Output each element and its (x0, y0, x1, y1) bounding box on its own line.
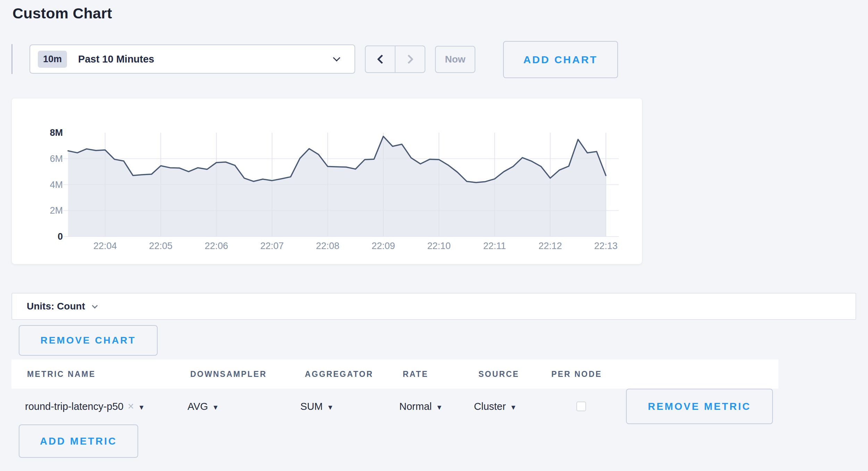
source-select[interactable]: Cluster ▾ (474, 388, 515, 424)
prev-time-button[interactable] (366, 46, 395, 72)
x-axis-tick-label: 22:13 (594, 241, 618, 251)
x-axis-tick-label: 22:09 (372, 241, 395, 251)
downsampler-select[interactable]: AVG ▾ (187, 388, 218, 424)
dropdown-arrow-icon: ▾ (140, 401, 144, 412)
page-title: Custom Chart (12, 5, 112, 22)
metric-name-select[interactable]: round-trip-latency-p50 × ▾ (25, 388, 143, 424)
dropdown-arrow-icon: ▾ (328, 401, 332, 412)
dropdown-arrow-icon: ▾ (511, 401, 516, 412)
units-dropdown[interactable]: Units: Count (27, 301, 97, 312)
downsampler-value: AVG (187, 401, 208, 412)
metrics-table-header: METRIC NAME DOWNSAMPLER AGGREGATOR RATE … (11, 360, 778, 389)
x-axis-tick-label: 22:04 (93, 241, 117, 251)
metric-name-value: round-trip-latency-p50 (25, 401, 124, 412)
next-time-button[interactable] (395, 46, 425, 72)
time-range-badge: 10m (38, 51, 67, 68)
chevron-down-icon (333, 54, 340, 61)
dropdown-arrow-icon: ▾ (437, 401, 441, 412)
chart-card: 22:0422:0522:0622:0722:0822:0922:1022:11… (11, 98, 642, 264)
column-header-aggregator: AGGREGATOR (305, 360, 373, 389)
dropdown-arrow-icon: ▾ (214, 401, 218, 412)
rate-value: Normal (399, 401, 432, 412)
per-node-checkbox[interactable] (576, 402, 586, 411)
now-button[interactable]: Now (435, 46, 475, 73)
metric-row: round-trip-latency-p50 × ▾ AVG ▾ SUM ▾ N… (11, 388, 857, 424)
y-axis-tick-label: 8M (50, 127, 63, 138)
custom-chart-page: Custom Chart 10m Past 10 Minutes Now ADD… (0, 0, 868, 471)
units-label: Units: Count (27, 301, 85, 312)
y-axis-tick-label: 0 (58, 231, 63, 242)
x-axis-tick-label: 22:05 (149, 241, 173, 251)
chevron-right-icon (404, 55, 414, 64)
time-range-label: Past 10 Minutes (78, 53, 154, 65)
x-axis-tick-label: 22:06 (205, 241, 228, 251)
x-axis-tick-label: 22:12 (539, 241, 562, 251)
add-chart-button[interactable]: ADD CHART (503, 41, 618, 78)
column-header-downsampler: DOWNSAMPLER (190, 360, 267, 389)
x-axis-tick-label: 22:11 (483, 241, 506, 251)
remove-chart-button[interactable]: REMOVE CHART (19, 325, 158, 356)
y-axis-tick-label: 2M (50, 205, 63, 216)
toolbar-separator (11, 44, 12, 74)
chevron-left-icon (377, 55, 386, 64)
aggregator-select[interactable]: SUM ▾ (300, 388, 332, 424)
x-axis-tick-label: 22:07 (260, 241, 284, 251)
series-area-fill (68, 137, 606, 237)
x-axis-tick-label: 22:08 (316, 241, 340, 251)
add-metric-button[interactable]: ADD METRIC (19, 424, 138, 458)
clear-metric-icon[interactable]: × (128, 400, 134, 413)
source-value: Cluster (474, 401, 506, 412)
column-header-per-node: PER NODE (551, 360, 602, 389)
y-axis-tick-label: 4M (50, 180, 63, 190)
units-bar: Units: Count (11, 293, 856, 320)
time-nav-group (365, 46, 425, 73)
time-range-dropdown[interactable]: 10m Past 10 Minutes (30, 44, 355, 74)
y-axis-tick-label: 6M (50, 154, 63, 164)
chart-area[interactable]: 22:0422:0522:0622:0722:0822:0922:1022:11… (12, 98, 642, 264)
column-header-source: SOURCE (478, 360, 519, 389)
rate-select[interactable]: Normal ▾ (399, 388, 441, 424)
column-header-rate: RATE (403, 360, 428, 389)
aggregator-value: SUM (300, 401, 323, 412)
chevron-down-icon (92, 303, 98, 309)
remove-metric-button[interactable]: REMOVE METRIC (626, 389, 773, 424)
column-header-metric-name: METRIC NAME (27, 360, 95, 389)
x-axis-tick-label: 22:10 (427, 241, 451, 251)
